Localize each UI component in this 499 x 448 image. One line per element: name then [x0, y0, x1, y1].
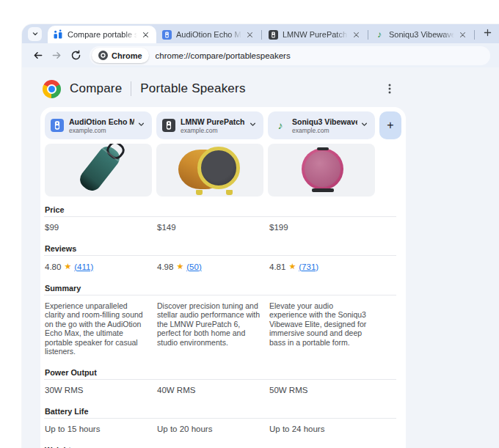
close-icon[interactable]	[140, 29, 151, 40]
tab-label: Compare portable speakers	[68, 30, 137, 39]
reload-icon	[70, 50, 81, 61]
product-domain: example.com	[181, 127, 246, 134]
speaker-blue-icon	[161, 29, 172, 40]
chevron-down-icon	[360, 119, 369, 132]
compare-icon	[53, 29, 63, 40]
star-icon: ★	[176, 262, 183, 271]
review-cell: 4.81 ★ (731)	[269, 262, 376, 271]
app-name: Compare	[70, 81, 122, 96]
spec-label-power-output: Power Output	[44, 364, 396, 380]
product-image-audiotion	[45, 144, 152, 197]
add-product-icon: +	[387, 119, 393, 132]
product-image-soniqu3	[268, 144, 375, 197]
compare-page: Compare Portable Speakers	[22, 67, 499, 448]
tab-label: Soniqu3 Vibewave Elite	[389, 30, 454, 39]
review-count-link[interactable]: (731)	[299, 262, 318, 271]
battery-life-value: Up to 24 hours	[269, 425, 376, 433]
summary-text: Elevate your audio experience with the S…	[269, 301, 376, 356]
spec-row-reviews: Reviews 4.80 ★ (411) 4.98 ★ (50)	[44, 240, 396, 280]
browser-toolbar: Chrome chrome://compare/portablespeakers	[22, 43, 499, 67]
rating-value: 4.80	[45, 262, 61, 271]
price-value: $99	[44, 223, 151, 232]
product-name: LMNW PurePatch 6	[181, 117, 246, 126]
power-output-value: 30W RMS	[44, 386, 151, 394]
tab-audiotion[interactable]: AudiOtion Echo Max	[156, 26, 261, 43]
chrome-logo-icon	[43, 80, 61, 98]
tab-label: AudiOtion Echo Max	[176, 30, 241, 39]
price-value: $199	[269, 223, 376, 232]
chrome-chip[interactable]: Chrome	[92, 48, 149, 63]
power-output-value: 50W RMS	[269, 386, 376, 394]
battery-life-value: Up to 20 hours	[156, 425, 263, 433]
tab-search-button[interactable]	[28, 27, 42, 41]
reload-button[interactable]	[66, 46, 85, 65]
tab-soniqu3[interactable]: ♪ Soniqu3 Vibewave Elite	[369, 26, 473, 43]
spec-row-battery-life: Battery Life Up to 15 hours Up to 20 hou…	[44, 403, 396, 442]
browser-window: Compare portable speakers AudiOtion Echo…	[22, 24, 499, 448]
product-domain: example.com	[69, 127, 134, 134]
back-button[interactable]	[28, 46, 47, 65]
header-divider	[131, 81, 131, 96]
price-value: $149	[156, 223, 263, 232]
review-count-link[interactable]: (411)	[74, 262, 93, 271]
product-image-lmnw	[156, 144, 263, 197]
star-icon: ★	[288, 262, 296, 271]
omnibox[interactable]: Chrome chrome://compare/portablespeakers	[90, 46, 490, 65]
music-note-icon: ♪	[274, 119, 287, 132]
tab-lmnw[interactable]: LMNW PurePatch 6	[263, 26, 367, 43]
product-selector-soniqu3[interactable]: ♪ Soniqu3 Vibewave Elite example.com	[268, 111, 375, 139]
tab-strip: Compare portable speakers AudiOtion Echo…	[22, 24, 499, 43]
new-tab-icon	[483, 27, 492, 40]
comparison-card: AudiOtion Echo Max example.com	[40, 107, 406, 448]
back-icon	[32, 50, 43, 61]
product-selector-row: AudiOtion Echo Max example.com	[40, 111, 406, 139]
page-title: Portable Speakers	[140, 81, 245, 96]
product-name: Soniqu3 Vibewave Elite	[292, 117, 357, 126]
power-output-value: 40W RMS	[156, 386, 263, 394]
close-icon[interactable]	[351, 29, 362, 40]
close-icon[interactable]	[244, 29, 255, 40]
spec-row-summary: Summary Experience unparalleled clarity …	[44, 280, 396, 364]
spec-label-battery-life: Battery Life	[44, 403, 396, 419]
speaker-dark-icon	[268, 29, 278, 40]
kebab-menu-icon	[385, 83, 395, 95]
tab-separator	[474, 30, 475, 40]
rating-value: 4.98	[157, 262, 173, 271]
product-selector-audiotion[interactable]: AudiOtion Echo Max example.com	[45, 111, 152, 139]
close-icon[interactable]	[457, 29, 468, 40]
summary-text: Experience unparalleled clarity and room…	[44, 301, 151, 356]
more-options-button[interactable]	[381, 80, 398, 98]
spec-label-weight: Weight	[44, 442, 396, 448]
music-note-icon: ♪	[374, 29, 385, 40]
star-icon: ★	[64, 262, 71, 271]
product-name: AudiOtion Echo Max	[69, 117, 134, 126]
speaker-blue-icon	[51, 119, 64, 132]
speaker-dark-icon	[162, 119, 175, 132]
spec-label-summary: Summary	[44, 280, 396, 295]
yellow-speaker-graphic	[178, 147, 244, 194]
product-domain: example.com	[292, 127, 357, 134]
chevron-down-icon	[31, 28, 40, 41]
spec-row-power-output: Power Output 30W RMS 40W RMS 50W RMS	[44, 364, 396, 403]
add-product-button[interactable]: +	[379, 111, 401, 139]
url-text: chrome://compare/portablespeakers	[156, 51, 291, 60]
tab-separator	[261, 30, 262, 40]
spec-row-price: Price $99 $149 $199	[44, 202, 396, 240]
tab-separator	[368, 30, 368, 40]
forward-button[interactable]	[47, 46, 66, 65]
chevron-down-icon	[136, 119, 146, 132]
rating-value: 4.81	[269, 262, 285, 271]
new-tab-button[interactable]	[478, 25, 496, 43]
tab-compare[interactable]: Compare portable speakers	[48, 26, 156, 43]
review-cell: 4.98 ★ (50)	[156, 262, 263, 271]
page-header: Compare Portable Speakers	[40, 78, 406, 100]
review-cell: 4.80 ★ (411)	[44, 262, 151, 271]
tab-label: LMNW PurePatch 6	[283, 30, 348, 39]
spec-label-reviews: Reviews	[44, 240, 396, 256]
forward-icon	[51, 50, 62, 61]
review-count-link[interactable]: (50)	[186, 262, 201, 271]
chip-label: Chrome	[112, 51, 142, 60]
product-selector-lmnw[interactable]: LMNW PurePatch 6 example.com	[156, 111, 263, 139]
chrome-badge-icon	[98, 51, 108, 60]
summary-text: Discover precision tuning and stellar au…	[156, 301, 263, 356]
